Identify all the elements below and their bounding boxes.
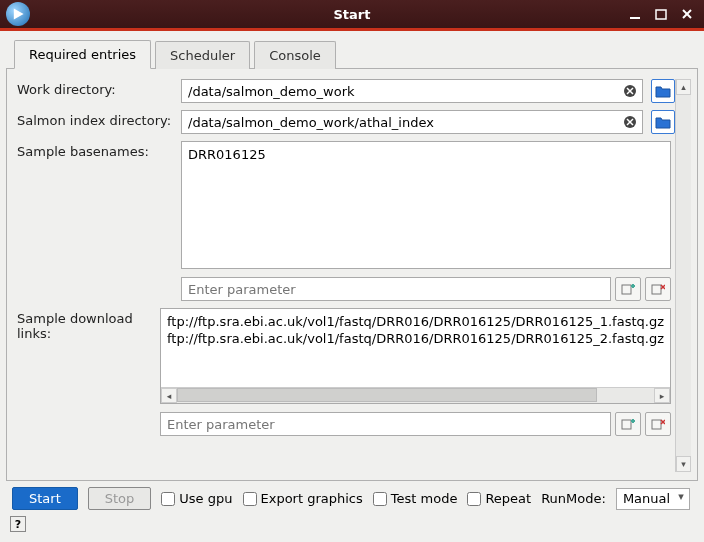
tab-bar: Required entries Scheduler Console <box>6 39 698 69</box>
downloads-label: Sample download links: <box>17 308 160 341</box>
work-dir-input[interactable] <box>181 79 643 103</box>
svg-rect-2 <box>656 10 666 19</box>
index-dir-label: Salmon index directory: <box>17 110 181 128</box>
bottom-bar: Start Stop Use gpu Export graphics Test … <box>6 481 698 514</box>
list-item: ftp://ftp.sra.ebi.ac.uk/vol1/fastq/DRR01… <box>167 313 664 330</box>
scroll-thumb[interactable] <box>177 388 597 402</box>
svg-rect-20 <box>652 420 661 429</box>
vertical-scrollbar[interactable]: ▴ ▾ <box>675 79 691 472</box>
use-gpu-checkbox[interactable]: Use gpu <box>161 491 232 506</box>
horizontal-scrollbar[interactable]: ◂ ▸ <box>161 387 670 403</box>
add-param-button[interactable] <box>615 412 641 436</box>
browse-index-dir-button[interactable] <box>651 110 675 134</box>
scroll-right-icon[interactable]: ▸ <box>654 388 670 403</box>
clear-icon[interactable] <box>623 83 639 99</box>
minimize-button[interactable] <box>628 7 642 21</box>
test-mode-checkbox[interactable]: Test mode <box>373 491 458 506</box>
app-icon <box>6 2 30 26</box>
scroll-down-icon[interactable]: ▾ <box>676 456 691 472</box>
scroll-up-icon[interactable]: ▴ <box>676 79 691 95</box>
browse-work-dir-button[interactable] <box>651 79 675 103</box>
remove-param-button[interactable] <box>645 277 671 301</box>
repeat-checkbox[interactable]: Repeat <box>467 491 531 506</box>
downloads-list[interactable]: ftp://ftp.sra.ebi.ac.uk/vol1/fastq/DRR01… <box>160 308 671 404</box>
add-param-button[interactable] <box>615 277 641 301</box>
basenames-param-input[interactable] <box>181 277 611 301</box>
svg-rect-17 <box>622 420 631 429</box>
runmode-label: RunMode: <box>541 491 606 506</box>
tab-required-entries[interactable]: Required entries <box>14 40 151 69</box>
work-dir-label: Work directory: <box>17 79 181 97</box>
svg-marker-0 <box>14 8 24 19</box>
svg-rect-11 <box>622 285 631 294</box>
runmode-select[interactable]: Manual <box>616 488 690 510</box>
maximize-button[interactable] <box>654 7 668 21</box>
clear-icon[interactable] <box>623 114 639 130</box>
help-button[interactable]: ? <box>10 516 26 532</box>
scroll-left-icon[interactable]: ◂ <box>161 388 177 403</box>
titlebar: Start <box>0 0 704 28</box>
svg-rect-14 <box>652 285 661 294</box>
basenames-label: Sample basenames: <box>17 141 181 159</box>
list-item: ftp://ftp.sra.ebi.ac.uk/vol1/fastq/DRR01… <box>167 330 664 347</box>
stop-button[interactable]: Stop <box>88 487 152 510</box>
downloads-param-input[interactable] <box>160 412 611 436</box>
close-button[interactable] <box>680 7 694 21</box>
remove-param-button[interactable] <box>645 412 671 436</box>
downloads-content: ftp://ftp.sra.ebi.ac.uk/vol1/fastq/DRR01… <box>161 309 670 351</box>
index-dir-input[interactable] <box>181 110 643 134</box>
basenames-list[interactable]: DRR016125 <box>181 141 671 269</box>
tab-scheduler[interactable]: Scheduler <box>155 41 250 69</box>
tab-console[interactable]: Console <box>254 41 336 69</box>
export-graphics-checkbox[interactable]: Export graphics <box>243 491 363 506</box>
start-button[interactable]: Start <box>12 487 78 510</box>
form-panel: Work directory: Salmon index directory: … <box>6 69 698 481</box>
window-title: Start <box>0 7 704 22</box>
